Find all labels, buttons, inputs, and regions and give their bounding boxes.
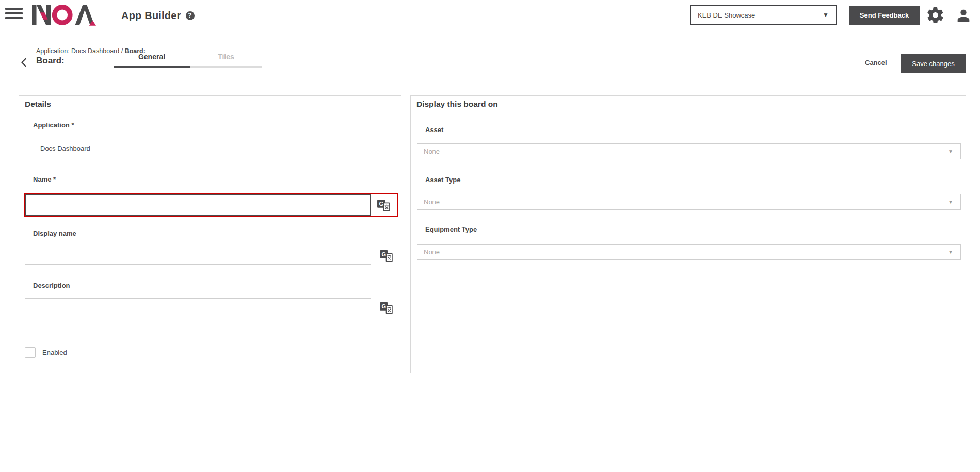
enabled-row: Enabled: [25, 347, 67, 358]
tenant-select-value: KEB DE Showcase: [698, 11, 755, 19]
save-changes-button[interactable]: Save changes: [901, 54, 966, 73]
description-row: G: [25, 298, 398, 340]
description-input[interactable]: [25, 298, 371, 339]
display-board-panel: Display this board on Asset None ▼ Asset…: [410, 95, 966, 373]
tab-general-label: General: [138, 53, 165, 61]
app-title: App Builder: [121, 10, 181, 22]
equipment-type-dropdown-value: None: [424, 248, 440, 256]
tabs: General Tiles: [114, 51, 262, 68]
chevron-down-icon: ▼: [948, 199, 953, 205]
help-icon[interactable]: ?: [186, 11, 195, 20]
asset-type-dropdown[interactable]: None ▼: [417, 194, 961, 210]
asset-type-label: Asset Type: [425, 176, 460, 184]
user-profile-icon[interactable]: [955, 7, 972, 24]
tab-tiles[interactable]: Tiles: [190, 51, 262, 68]
enabled-label: Enabled: [42, 349, 67, 356]
translate-icon[interactable]: G: [377, 198, 391, 212]
display-name-label: Display name: [33, 230, 76, 237]
page-title: Board:: [36, 56, 65, 66]
chevron-down-icon: ▼: [948, 149, 953, 154]
display-board-panel-title: Display this board on: [416, 100, 498, 109]
description-label: Description: [33, 282, 70, 289]
name-input-error-wrap: G: [24, 193, 398, 217]
details-panel: Details Application * Docs Dashboard Nam…: [19, 95, 401, 373]
top-bar: App Builder ? KEB DE Showcase ▼ Send Fee…: [0, 0, 980, 31]
tenant-select[interactable]: KEB DE Showcase ▼: [690, 5, 837, 25]
name-label: Name *: [33, 175, 56, 183]
equipment-type-label: Equipment Type: [425, 225, 477, 233]
translate-icon[interactable]: G: [379, 249, 393, 263]
translate-icon[interactable]: G: [379, 301, 393, 315]
application-value: Docs Dashboard: [40, 144, 90, 152]
tab-general[interactable]: General: [114, 51, 190, 68]
asset-dropdown-value: None: [424, 148, 440, 155]
text-cursor: [37, 201, 37, 210]
back-button[interactable]: [19, 57, 30, 68]
chevron-down-icon: ▼: [948, 249, 953, 255]
chevron-down-icon: ▼: [823, 11, 829, 19]
svg-text:G: G: [381, 303, 386, 310]
breadcrumb-prefix: Application: Docs Dashboard /: [36, 47, 125, 55]
enabled-checkbox[interactable]: [25, 347, 36, 358]
equipment-type-dropdown[interactable]: None ▼: [417, 244, 961, 260]
display-name-input[interactable]: [25, 247, 371, 265]
send-feedback-button[interactable]: Send Feedback: [849, 6, 920, 25]
display-name-row: G: [25, 246, 398, 265]
menu-icon[interactable]: [5, 8, 23, 22]
asset-label: Asset: [425, 126, 443, 134]
asset-dropdown[interactable]: None ▼: [417, 143, 961, 159]
svg-text:G: G: [381, 251, 386, 257]
application-label: Application *: [33, 121, 74, 129]
svg-text:G: G: [379, 201, 383, 207]
noa-logo[interactable]: [32, 3, 97, 27]
settings-gear-icon[interactable]: [926, 6, 945, 25]
cancel-button[interactable]: Cancel: [865, 59, 887, 67]
name-input[interactable]: [25, 194, 371, 216]
details-panel-title: Details: [25, 100, 51, 109]
tab-tiles-label: Tiles: [218, 53, 234, 61]
asset-type-dropdown-value: None: [424, 198, 440, 206]
